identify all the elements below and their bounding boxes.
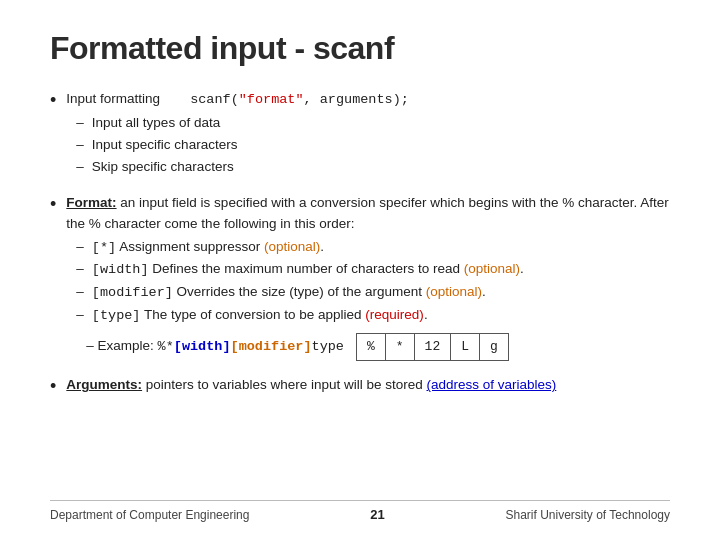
format-box-percent: % [357, 334, 386, 360]
format-boxes: % * 12 L g [356, 333, 509, 361]
format-box-12: 12 [415, 334, 452, 360]
format-label-bold: Format: [66, 195, 116, 210]
scanf-call: scanf("format", arguments); [190, 90, 409, 111]
sub-item-3-text: Skip specific characters [92, 157, 234, 178]
format-box-g: g [480, 334, 508, 360]
arguments-label-bold: Arguments: [66, 377, 142, 392]
bullet-2-dot: • [50, 191, 56, 219]
format-sub-4: – [type] The type of conversion to be ap… [76, 305, 670, 327]
bullet-1-dot: • [50, 87, 56, 115]
bullet-3-content: Arguments: pointers to variables where i… [66, 375, 670, 396]
sub-item-1: – Input all types of data [76, 113, 670, 134]
bullet-1-sublist: – Input all types of data – Input specif… [66, 113, 670, 178]
footer-center: 21 [370, 507, 384, 522]
bullet-3: • Arguments: pointers to variables where… [50, 375, 670, 401]
address-tag: (address of variables) [426, 377, 556, 392]
bullet-2-header: Format: an input field is specified with… [66, 193, 670, 235]
footer: Department of Computer Engineering 21 Sh… [50, 500, 670, 522]
format-box-L: L [451, 334, 480, 360]
bullet-2: • Format: an input field is specified wi… [50, 193, 670, 362]
sub-item-3: – Skip specific characters [76, 157, 670, 178]
footer-left: Department of Computer Engineering [50, 508, 249, 522]
bullet-3-dot: • [50, 373, 56, 401]
sub-item-2-text: Input specific characters [92, 135, 238, 156]
format-string: "format" [239, 92, 304, 107]
arguments-label-rest: pointers to variables where input will b… [142, 377, 426, 392]
format-box-star: * [386, 334, 415, 360]
footer-right: Sharif University of Technology [505, 508, 670, 522]
slide: Formatted input - scanf • Input formatti… [0, 0, 720, 540]
sub-item-1-text: Input all types of data [92, 113, 220, 134]
scanf-line: Input formatting scanf("format", argumen… [66, 89, 670, 111]
format-sub-3: – [modifier] Overrides the size (type) o… [76, 282, 670, 304]
page-title: Formatted input - scanf [50, 30, 670, 67]
input-formatting-label: Input formatting [66, 89, 160, 110]
example-line: – Example: %*[width][modifier]type % * 1… [66, 333, 670, 361]
sub-item-2: – Input specific characters [76, 135, 670, 156]
bullet-1-content: Input formatting scanf("format", argumen… [66, 89, 670, 179]
format-label-rest: an input field is specified with a conve… [66, 195, 669, 231]
format-sub-2: – [width] Defines the maximum number of … [76, 259, 670, 281]
bullet-2-sublist: – [*] Assignment suppressor (optional). … [66, 237, 670, 328]
example-label: – Example: %*[width][modifier]type [86, 336, 344, 358]
bullet-2-content: Format: an input field is specified with… [66, 193, 670, 362]
format-sub-1: – [*] Assignment suppressor (optional). [76, 237, 670, 259]
content-area: • Input formatting scanf("format", argum… [50, 89, 670, 401]
bullet-1: • Input formatting scanf("format", argum… [50, 89, 670, 179]
